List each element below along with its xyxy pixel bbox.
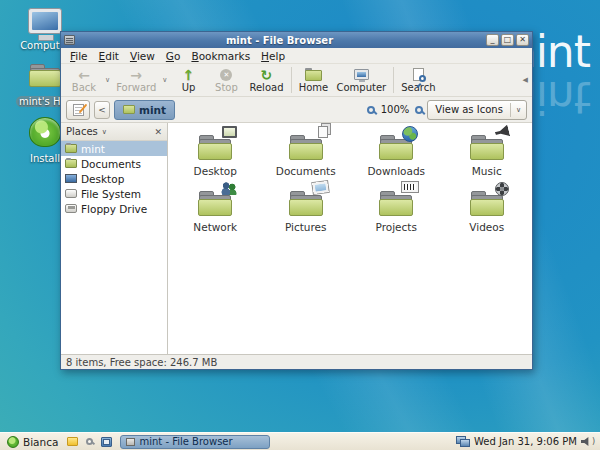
people-emblem-icon <box>221 182 237 195</box>
desktop-icon-label: Install <box>27 153 63 164</box>
folder-icon <box>65 159 77 168</box>
chevron-down-icon: ∨ <box>102 128 107 136</box>
close-button[interactable]: ✕ <box>516 34 529 46</box>
forward-dropdown-chevron[interactable]: ∨ <box>162 76 167 84</box>
up-icon: ↑ <box>183 68 195 82</box>
file-browser-icon <box>64 35 75 45</box>
titlebar[interactable]: mint - File Browser _ □ ✕ <box>61 32 532 48</box>
sidebar-header[interactable]: Places ∨ ✕ <box>61 123 167 141</box>
edit-location-icon <box>73 104 84 116</box>
back-dropdown-chevron[interactable]: ∨ <box>105 76 110 84</box>
clock[interactable]: Wed Jan 31, 9:06 PM <box>474 436 577 447</box>
menu-go[interactable]: Go <box>161 49 186 63</box>
documents-emblem-icon <box>318 126 328 138</box>
path-scroll-left-button[interactable]: < <box>94 101 110 119</box>
barcode-emblem-icon <box>402 182 418 192</box>
desktop-emblem-icon <box>222 126 237 138</box>
volume-icon[interactable] <box>581 437 591 446</box>
file-item-projects[interactable]: Projects <box>351 187 442 243</box>
floppy-icon <box>65 204 77 213</box>
search-button[interactable]: Search <box>397 65 439 96</box>
photo-emblem-icon <box>312 181 328 194</box>
menu-file[interactable]: File <box>65 49 93 63</box>
file-item-pictures[interactable]: Pictures <box>261 187 352 243</box>
show-desktop-button[interactable] <box>99 435 113 449</box>
menu-bookmarks[interactable]: Bookmarks <box>186 49 255 63</box>
sidebar-item-floppy-drive[interactable]: Floppy Drive <box>61 201 167 216</box>
drive-icon <box>65 189 77 198</box>
path-button-mint[interactable]: mint <box>114 100 175 120</box>
search-icon <box>413 68 424 81</box>
network-icon[interactable] <box>456 436 470 447</box>
toolbar-separator <box>393 67 394 93</box>
globe-emblem-icon <box>402 126 418 142</box>
computer-button[interactable]: Computer <box>333 65 391 96</box>
chevron-down-icon: ∨ <box>511 106 526 114</box>
file-browser-window: mint - File Browser _ □ ✕ File Edit View… <box>60 31 533 370</box>
file-item-documents[interactable]: Documents <box>261 131 352 187</box>
notes-launcher[interactable] <box>65 435 79 449</box>
places-sidebar: Places ∨ ✕ mint Documents Desktop <box>61 123 168 354</box>
show-desktop-icon <box>101 437 112 447</box>
speaker-emblem-icon <box>494 124 510 139</box>
menu-edit[interactable]: Edit <box>94 49 124 63</box>
stop-button[interactable]: ✕ Stop <box>207 65 245 96</box>
window-title: mint - File Browser <box>75 35 484 46</box>
file-item-network[interactable]: Network <box>170 187 261 243</box>
sidebar-close-icon[interactable]: ✕ <box>154 127 162 137</box>
folder-icon <box>65 144 77 153</box>
file-item-downloads[interactable]: Downloads <box>351 131 442 187</box>
zoom-out-button[interactable] <box>367 106 375 114</box>
toolbar-overflow-arrow[interactable]: ◀ <box>523 76 528 84</box>
menu-view[interactable]: View <box>125 49 160 63</box>
file-item-music[interactable]: Music <box>442 131 533 187</box>
forward-button[interactable]: → Forward <box>112 65 160 96</box>
maximize-button[interactable]: □ <box>501 34 514 46</box>
menubar: File Edit View Go Bookmarks Help <box>61 48 532 64</box>
toolbar: ← Back ∨ → Forward ∨ ↑ Up ✕ Stop ↻ Reloa… <box>61 64 532 97</box>
status-bar: 8 items, Free space: 246.7 MB <box>61 354 532 369</box>
computer-icon <box>28 8 62 34</box>
toolbar-separator <box>291 67 292 93</box>
home-folder-icon <box>26 60 64 90</box>
edit-location-button[interactable] <box>66 100 90 120</box>
up-button[interactable]: ↑ Up <box>169 65 207 96</box>
zoom-level: 100% <box>381 104 410 115</box>
task-button-file-browser[interactable]: mint - File Browser <box>120 435 270 449</box>
window-icon <box>126 438 135 446</box>
desktop-icon <box>65 174 77 183</box>
sidebar-item-desktop[interactable]: Desktop <box>61 171 167 186</box>
search-launcher[interactable] <box>82 435 96 449</box>
mint-logo-icon <box>29 117 61 147</box>
forward-icon: → <box>130 68 142 82</box>
desktop: mint mint Computer mint's Home Install m… <box>0 0 600 450</box>
zoom-in-button[interactable] <box>415 106 423 114</box>
volume-wave-icon: ) <box>592 437 595 446</box>
reload-icon: ↻ <box>261 68 273 82</box>
minimize-button[interactable]: _ <box>486 34 499 46</box>
folder-icon <box>123 105 135 114</box>
search-icon <box>86 438 93 445</box>
view-mode-select[interactable]: View as Icons ∨ <box>427 100 527 120</box>
sidebar-item-mint[interactable]: mint <box>61 141 167 156</box>
taskbar: Bianca mint - File Browser Wed Jan 31, 9… <box>0 432 600 450</box>
home-icon <box>305 68 322 81</box>
status-text: 8 items, Free space: 246.7 MB <box>66 357 217 368</box>
sidebar-item-file-system[interactable]: File System <box>61 186 167 201</box>
film-emblem-icon <box>495 182 509 196</box>
file-item-videos[interactable]: Videos <box>442 187 533 243</box>
stop-icon: ✕ <box>220 69 232 81</box>
back-button[interactable]: ← Back <box>65 65 103 96</box>
file-item-desktop[interactable]: Desktop <box>170 131 261 187</box>
reload-button[interactable]: ↻ Reload <box>245 65 287 96</box>
menu-help[interactable]: Help <box>256 49 290 63</box>
system-tray: Wed Jan 31, 9:06 PM ) <box>456 436 597 447</box>
note-icon <box>67 437 78 446</box>
menu-button[interactable]: Bianca <box>3 434 62 450</box>
back-icon: ← <box>78 68 90 82</box>
location-bar: < mint 100% View as Icons ∨ <box>61 97 532 123</box>
home-button[interactable]: Home <box>295 65 333 96</box>
sidebar-item-documents[interactable]: Documents <box>61 156 167 171</box>
file-list: Desktop Documents Downloads Music <box>168 123 532 354</box>
computer-icon <box>354 69 369 80</box>
